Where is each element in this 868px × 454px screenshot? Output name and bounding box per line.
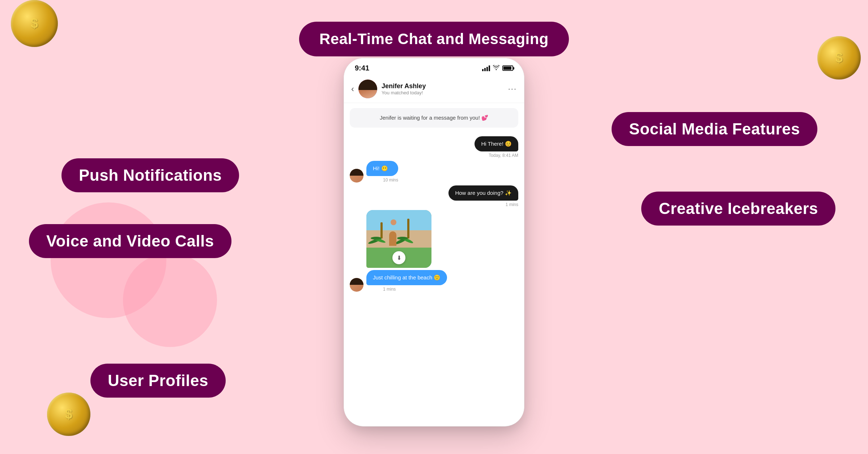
more-options-button[interactable]: ··· — [508, 84, 517, 94]
chat-user-name: Jenifer Ashley — [382, 82, 508, 90]
sender-avatar — [350, 169, 363, 183]
pill-user-profiles: User Profiles — [90, 364, 226, 398]
messages-area: Hi There! 😊 Today, 8:41 AM Hi! 😶 10 mins — [344, 133, 524, 298]
message-bubble: Hi There! 😊 — [475, 136, 518, 151]
coin-decoration-top-right — [817, 36, 861, 80]
wifi-icon — [493, 65, 499, 72]
message-sent-2: How are you doing? ✨ 1 mins — [350, 185, 518, 207]
message-time: 1 mins — [506, 202, 518, 207]
back-button[interactable]: ‹ — [351, 84, 354, 94]
message-sent-1: Hi There! 😊 Today, 8:41 AM — [350, 136, 518, 158]
message-received-image: ⬇ Just chilling at the beach 🙂 1 mins — [350, 210, 518, 292]
pill-push-notifications: Push Notifications — [61, 158, 239, 192]
waiting-notice: Jenifer is waiting for a message from yo… — [350, 108, 518, 128]
message-bubble: How are you doing? ✨ — [448, 185, 518, 201]
coin-decoration-top-left — [11, 0, 58, 47]
message-bubble: Hi! 😶 — [366, 161, 398, 176]
pill-social-media: Social Media Features — [612, 112, 817, 146]
message-received-1: Hi! 😶 10 mins — [350, 161, 518, 183]
status-icons — [482, 65, 513, 72]
message-time: Today, 8:41 AM — [489, 153, 518, 158]
chat-body: Jenifer is waiting for a message from yo… — [344, 103, 524, 424]
image-message: ⬇ — [366, 210, 431, 268]
background-circle-right — [123, 253, 217, 347]
phone-mockup: 9:41 — [344, 58, 524, 427]
chat-header-info: Jenifer Ashley You matched today! — [382, 82, 508, 95]
coin-decoration-bottom-left — [47, 393, 90, 436]
pill-real-time-chat: Real-Time Chat and Messaging — [299, 22, 569, 56]
signal-icon — [482, 65, 490, 71]
status-time: 9:41 — [355, 64, 369, 72]
message-time: 10 mins — [383, 177, 398, 183]
pill-voice-video: Voice and Video Calls — [29, 224, 231, 258]
status-bar: 9:41 — [344, 58, 524, 76]
sender-avatar — [350, 278, 363, 292]
waiting-text: Jenifer is waiting for a message from yo… — [380, 115, 488, 121]
pill-creative-icebreakers: Creative Icebreakers — [641, 192, 835, 226]
chat-header: ‹ Jenifer Ashley You matched today! ··· — [344, 76, 524, 103]
image-caption-bubble: Just chilling at the beach 🙂 — [366, 270, 447, 285]
avatar — [358, 80, 377, 98]
battery-icon — [502, 65, 513, 71]
chat-user-status: You matched today! — [382, 90, 508, 95]
phone-frame: 9:41 — [344, 58, 524, 427]
download-button[interactable]: ⬇ — [392, 251, 405, 264]
message-time: 1 mins — [383, 287, 447, 292]
